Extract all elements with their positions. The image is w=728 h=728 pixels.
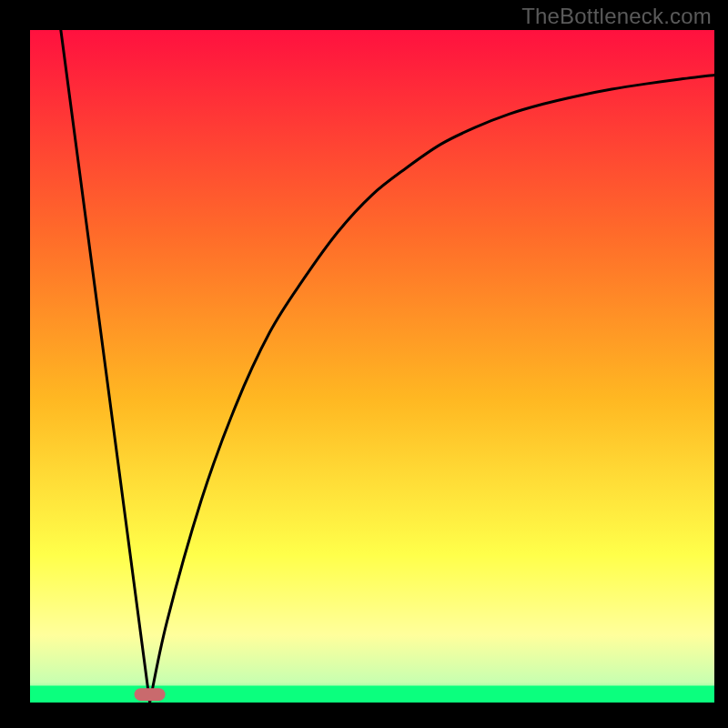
plot-area: [30, 30, 714, 703]
min-marker: [135, 688, 166, 701]
chart-frame: TheBottleneck.com: [0, 0, 728, 728]
watermark-text: TheBottleneck.com: [521, 4, 712, 29]
plot-background: [30, 30, 714, 703]
chart-svg: [0, 0, 728, 728]
baseline-band: [30, 686, 714, 703]
